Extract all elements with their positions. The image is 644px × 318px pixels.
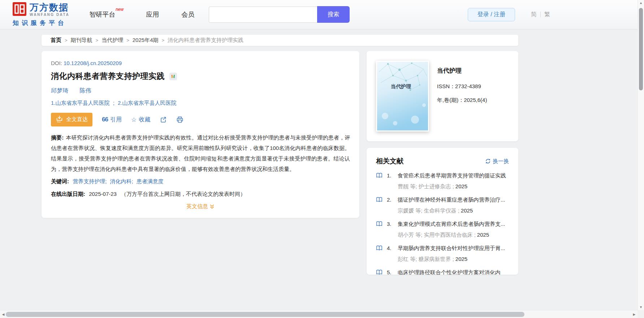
new-badge: new (116, 7, 124, 12)
related-item-meta: 宗媛媛 等; 生命科学仪器 ;2025 (398, 207, 509, 214)
breadcrumb-journal[interactable]: 当代护理 (101, 37, 123, 44)
journal-issn: ISSN：2732-4389 (437, 83, 487, 90)
vertical-scrollbar-thumb[interactable] (639, 8, 643, 90)
journal-cover[interactable]: 当代护理 (376, 61, 429, 132)
print-button[interactable] (176, 116, 183, 123)
breadcrumb-separator: > (162, 38, 165, 43)
pubdate-row: 在线出版日期: 2025-07-23 （万方平台首次上网日期，不代表论文的发表时… (51, 189, 350, 199)
search-input[interactable] (209, 7, 317, 23)
journal-card: 当代护理 当代护理 ISSN：2732-4389 年,卷(期)：2025,6(4… (367, 51, 518, 141)
breadcrumb-current: 消化内科患者营养支持护理实践 (168, 37, 243, 44)
language-switch: 简 繁 (527, 11, 554, 18)
fulltext-button[interactable]: free 全文直达 (51, 113, 92, 126)
search-button[interactable]: 搜索 (317, 6, 350, 23)
wanfang-logo[interactable]: 万方数据 WANFANG DATA 知识服务平台 (13, 2, 69, 27)
related-literature-card: 相关文献 换一换 1. (367, 148, 518, 275)
affiliation-link[interactable]: 1.山东省东平县人民医院 (51, 100, 110, 106)
journal-name[interactable]: 当代护理 (437, 66, 487, 75)
related-item-title[interactable]: 早期肠内营养支持联合针对性护理应用于胃... (398, 244, 509, 252)
svg-text:当代护理: 当代护理 (391, 83, 411, 89)
author-link[interactable]: 邱梦琦 (51, 87, 68, 94)
related-item: 5. 临床护理路径联合个性化护理方案对消化内 (376, 268, 509, 275)
nav-item-research-platform[interactable]: 智研平台new (89, 10, 124, 19)
english-info-toggle[interactable]: 英文信息 (51, 203, 350, 210)
breadcrumb-separator: > (65, 38, 68, 43)
author-link[interactable]: 陈伟 (79, 87, 91, 94)
abstract: 摘要:本研究探讨消化内科患者营养支持护理实践的有效性。通过对比分析接受营养支持护… (51, 132, 350, 174)
article-title: 消化内科患者营养支持护理实践 (51, 71, 165, 82)
horizontal-scrollbar-thumb[interactable] (6, 312, 524, 317)
m-service-badge[interactable]: M (169, 73, 177, 80)
related-item-meta: 彭红 等; 糖尿病新世界 ;2025 (398, 256, 509, 263)
book-icon (376, 172, 387, 180)
related-item-title[interactable]: 食管癌术后患者早期营养支持管理的循证实践 (398, 172, 509, 180)
scrollbar-corner (637, 310, 644, 318)
right-column: 当代护理 当代护理 ISSN：2732-4389 年,卷(期)：2025,6(4… (367, 51, 518, 275)
doi-label: DOI: (51, 60, 62, 66)
refresh-related-button[interactable]: 换一换 (485, 158, 509, 165)
star-icon: ☆ (131, 116, 137, 124)
authors-row: 邱梦琦 陈伟 (51, 87, 350, 95)
top-header: 万方数据 WANFANG DATA 知识服务平台 智研平台new 应用 会员 搜… (0, 0, 637, 29)
keywords-label: 关键词: (51, 178, 69, 184)
favorite-button[interactable]: ☆ 收藏 (131, 116, 150, 124)
keywords-row: 关键词: 营养支持护理; 消化内科; 患者满意度 (51, 176, 350, 186)
related-item: 4. 早期肠内营养支持联合针对性护理应用于胃... 彭红 等; 糖尿病新世界 ;… (376, 244, 509, 263)
cite-button[interactable]: 66 引用 (102, 116, 122, 124)
refresh-icon (485, 158, 491, 164)
download-free-icon: free (56, 115, 63, 124)
book-icon (376, 220, 387, 228)
pubdate-label: 在线出版日期: (51, 191, 85, 197)
related-item-title[interactable]: 集束化护理模式在胃癌术后患者肠内营养支... (398, 220, 509, 228)
keyword-link[interactable]: 营养支持护理 (73, 178, 105, 184)
related-item-meta: 胡小芳 等; 实用中西医结合临床 ;2025 (398, 232, 509, 239)
breadcrumb-separator: > (126, 38, 129, 43)
scroll-up-arrow[interactable]: ▲ (638, 0, 644, 6)
nav-item-membership[interactable]: 会员 (181, 10, 194, 19)
search-box: 搜索 (209, 6, 350, 23)
share-icon (160, 116, 167, 123)
breadcrumb: 首页 > 期刊导航 > 当代护理 > 2025年4期 > 消化内科患者营养支持护… (42, 35, 518, 46)
book-icon (376, 196, 387, 204)
doi-row: DOI: 10.12208/j.cn.20250209 (51, 60, 350, 66)
book-icon (376, 268, 387, 275)
brand-tagline: 知识服务平台 (13, 19, 69, 27)
main-nav: 智研平台new 应用 会员 (89, 10, 194, 19)
lang-simplified[interactable]: 简 (527, 11, 540, 18)
breadcrumb-separator: > (96, 38, 99, 43)
lang-traditional[interactable]: 繁 (541, 11, 554, 18)
related-item-meta: 曹靓 等; 护士进修杂志 ;2025 (398, 183, 509, 190)
brand-name: 万方数据 (30, 3, 69, 12)
affiliation-separator: ; (113, 100, 114, 106)
scroll-down-arrow[interactable]: ▼ (638, 304, 644, 310)
abstract-text: 本研究探讨消化内科患者营养支持护理实践的有效性。通过对比分析接受营养支持护理的患… (51, 134, 350, 172)
login-register-button[interactable]: 登录 / 注册 (468, 8, 515, 21)
breadcrumb-journal-nav[interactable]: 期刊导航 (71, 37, 92, 44)
related-item-title[interactable]: 循证护理在神经外科重症患者肠内营养治疗... (398, 196, 509, 204)
nav-item-apps[interactable]: 应用 (146, 10, 159, 19)
breadcrumb-home[interactable]: 首页 (51, 37, 61, 44)
affiliation-link[interactable]: 2.山东省东平县人民医院 (118, 100, 177, 106)
page-viewport: 万方数据 WANFANG DATA 知识服务平台 智研平台new 应用 会员 搜… (0, 0, 637, 310)
keyword-link[interactable]: 消化内科 (110, 178, 132, 184)
doi-link[interactable]: 10.12208/j.cn.20250209 (64, 60, 122, 66)
keyword-link[interactable]: 患者满意度 (137, 178, 164, 184)
related-item: 2. 循证护理在神经外科重症患者肠内营养治疗... 宗媛媛 等; 生命科学仪器 … (376, 196, 509, 214)
abstract-label: 摘要: (51, 134, 64, 141)
journal-volume: 年,卷(期)：2025,6(4) (437, 97, 487, 104)
related-item-title[interactable]: 临床护理路径联合个性化护理方案对消化内 (398, 268, 509, 275)
related-item: 3. 集束化护理模式在胃癌术后患者肠内营养支... 胡小芳 等; 实用中西医结合… (376, 220, 509, 239)
vertical-scrollbar[interactable]: ▲ ▼ (637, 0, 644, 310)
print-icon (176, 116, 183, 123)
wanfang-logo-icon (13, 2, 26, 17)
double-chevron-down-icon (209, 204, 215, 209)
horizontal-scrollbar[interactable]: ◀ ▶ (0, 310, 637, 318)
pubdate-note: （万方平台首次上网日期，不代表论文的发表时间） (121, 191, 246, 197)
article-actions: free 全文直达 66 引用 ☆ 收藏 (51, 113, 350, 126)
book-icon (376, 244, 387, 252)
share-button[interactable] (160, 116, 167, 123)
brand-name-en: WANFANG DATA (30, 13, 69, 17)
breadcrumb-issue[interactable]: 2025年4期 (133, 37, 159, 44)
scroll-right-arrow[interactable]: ▶ (631, 310, 637, 318)
related-title: 相关文献 (376, 156, 403, 166)
